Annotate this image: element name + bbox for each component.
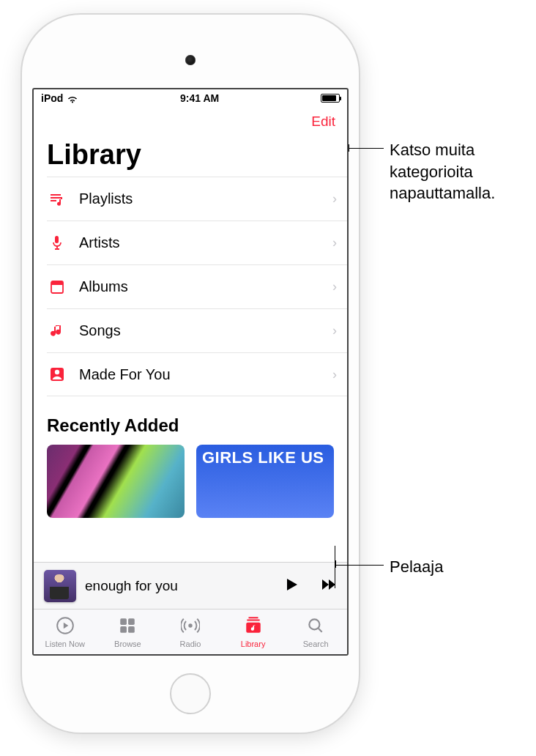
category-label: Songs <box>79 322 321 339</box>
category-artists[interactable]: Artists › <box>47 220 347 264</box>
category-label: Artists <box>79 234 321 251</box>
mini-player-controls <box>283 576 337 596</box>
madeforyou-icon <box>47 366 67 383</box>
chevron-right-icon: › <box>332 235 337 251</box>
play-circle-icon <box>56 616 75 638</box>
category-songs[interactable]: Songs › <box>47 308 347 352</box>
svg-rect-0 <box>55 236 59 243</box>
device-frame: iPod 9:41 AM Edit Library Playlists › <box>22 15 359 733</box>
tab-label: Library <box>241 640 266 648</box>
album-tile[interactable]: GIRLS LIKE US <box>196 445 334 518</box>
category-albums[interactable]: Albums › <box>47 264 347 308</box>
page-title: Library <box>34 136 347 177</box>
grid-icon <box>118 616 137 638</box>
chevron-right-icon: › <box>332 323 337 338</box>
songs-icon <box>47 322 67 340</box>
category-label: Playlists <box>79 190 321 207</box>
mini-player[interactable]: enough for you <box>34 562 347 609</box>
chevron-right-icon: › <box>332 367 337 382</box>
svg-rect-6 <box>121 618 127 625</box>
wifi-icon <box>67 94 78 103</box>
tab-label: Search <box>303 640 329 648</box>
recently-added-row: GIRLS LIKE US <box>34 445 347 518</box>
artists-icon <box>47 234 67 252</box>
callout-text: Pelaaja <box>390 557 443 576</box>
category-label: Albums <box>79 278 321 295</box>
svg-point-10 <box>188 623 192 627</box>
status-bar: iPod 9:41 AM <box>34 89 347 107</box>
tab-library[interactable]: Library <box>222 609 285 654</box>
tab-search[interactable]: Search <box>284 609 347 654</box>
svg-rect-2 <box>51 281 63 285</box>
svg-rect-8 <box>121 626 127 633</box>
tab-radio[interactable]: Radio <box>159 609 222 654</box>
library-icon <box>244 616 263 638</box>
album-caption: GIRLS LIKE US <box>202 449 324 466</box>
tab-label: Browse <box>114 640 141 648</box>
carrier-label: iPod <box>41 92 63 104</box>
tab-label: Radio <box>180 640 201 648</box>
edit-button[interactable]: Edit <box>311 114 335 130</box>
tab-label: Listen Now <box>45 640 85 648</box>
now-playing-art <box>44 570 76 602</box>
svg-point-4 <box>55 370 59 374</box>
radio-icon <box>181 616 200 638</box>
category-list: Playlists › Artists › Albums › <box>47 177 347 396</box>
tab-browse[interactable]: Browse <box>97 609 160 654</box>
chevron-right-icon: › <box>332 279 337 294</box>
front-camera <box>185 55 196 65</box>
tab-listen-now[interactable]: Listen Now <box>34 609 97 654</box>
svg-point-12 <box>310 619 320 629</box>
battery-icon <box>321 94 340 103</box>
callout-edit: Katso muita kategorioita napauttamalla. <box>390 139 495 204</box>
search-icon <box>306 616 325 638</box>
navbar: Edit <box>34 107 347 136</box>
category-label: Made For You <box>79 366 321 383</box>
callout-player: Pelaaja <box>390 556 443 578</box>
callout-bracket <box>335 546 335 588</box>
svg-rect-9 <box>128 626 135 633</box>
screen: iPod 9:41 AM Edit Library Playlists › <box>32 88 349 656</box>
home-button[interactable] <box>170 673 211 714</box>
svg-rect-7 <box>128 618 135 625</box>
albums-icon <box>47 278 67 296</box>
category-made-for-you[interactable]: Made For You › <box>47 352 347 396</box>
callout-text: Katso muita kategorioita napauttamalla. <box>390 141 495 202</box>
playlists-icon <box>47 190 67 208</box>
clock: 9:41 AM <box>180 92 219 104</box>
tab-bar: Listen Now Browse Radio Library Search <box>34 609 347 654</box>
category-playlists[interactable]: Playlists › <box>47 177 347 220</box>
now-playing-title: enough for you <box>85 578 274 594</box>
album-tile[interactable] <box>47 445 185 518</box>
chevron-right-icon: › <box>332 191 337 207</box>
play-icon[interactable] <box>283 576 300 596</box>
recently-added-title: Recently Added <box>34 396 347 445</box>
